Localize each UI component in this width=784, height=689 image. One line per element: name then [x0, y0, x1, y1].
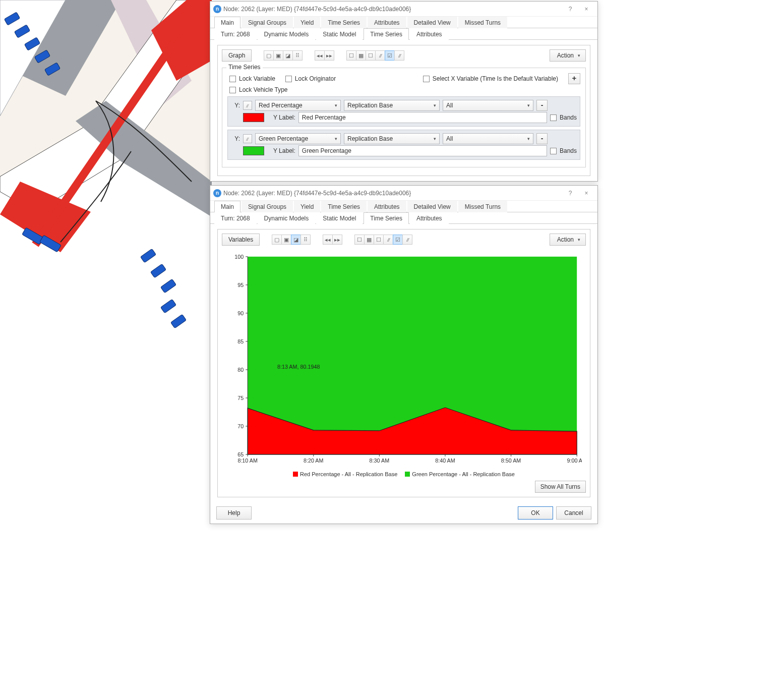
- tool-icon-3[interactable]: ☐: [366, 50, 376, 61]
- node-editor-dialog-top: n Node: 2062 (Layer: MED) {74fd447e-5c9d…: [210, 1, 598, 182]
- tab-turn-2068[interactable]: Turn: 2068: [214, 28, 257, 40]
- series-type-icon[interactable]: ⫽: [243, 134, 252, 143]
- map-canvas[interactable]: [0, 0, 212, 343]
- add-series-button[interactable]: +: [568, 73, 580, 84]
- svg-text:80: 80: [237, 367, 244, 373]
- tool-icon-1[interactable]: ☐: [346, 50, 356, 61]
- window-title: Node: 2062 (Layer: MED) {74fd447e-5c9d-4…: [221, 190, 562, 197]
- tab-detailed-view[interactable]: Detailed View: [407, 17, 457, 28]
- svg-text:75: 75: [237, 395, 244, 401]
- replication-dropdown[interactable]: Replication Base: [344, 133, 440, 144]
- nav-first-icon[interactable]: ◂◂: [323, 235, 333, 245]
- tab-detailed-view[interactable]: Detailed View: [407, 201, 457, 212]
- help-icon[interactable]: ?: [562, 186, 578, 200]
- tab-missed-turns[interactable]: Missed Turns: [458, 201, 507, 212]
- show-all-turns-button[interactable]: Show All Turns: [535, 481, 586, 493]
- tab-time-series[interactable]: Time Series: [364, 212, 409, 224]
- tab-yield[interactable]: Yield: [294, 17, 320, 28]
- svg-text:8:13 AM, 80.1948: 8:13 AM, 80.1948: [277, 364, 320, 370]
- tab-turn-2068[interactable]: Turn: 2068: [214, 212, 257, 224]
- remove-series-button[interactable]: -: [536, 100, 548, 111]
- variable-dropdown[interactable]: Green Percentage: [255, 133, 341, 144]
- replication-dropdown[interactable]: Replication Base: [344, 100, 440, 111]
- titlebar[interactable]: n Node: 2062 (Layer: MED) {74fd447e-5c9d…: [210, 186, 597, 201]
- tab-signal-groups[interactable]: Signal Groups: [242, 17, 293, 28]
- tab-dynamic-models[interactable]: Dynamic Models: [258, 28, 316, 40]
- tab-attributes[interactable]: Attributes: [410, 28, 449, 40]
- chart-style-icon-4[interactable]: ⠿: [292, 50, 303, 61]
- chart-area[interactable]: 657075808590951008:10 AM8:20 AM8:30 AM8:…: [222, 249, 586, 493]
- scope-dropdown[interactable]: All: [443, 133, 533, 144]
- graph-button[interactable]: Graph: [222, 49, 252, 62]
- nav-first-icon[interactable]: ◂◂: [315, 50, 325, 61]
- tool-icon-6[interactable]: ⫽: [394, 50, 404, 61]
- tab-static-model[interactable]: Static Model: [316, 212, 363, 224]
- y-label-input[interactable]: Green Percentage: [298, 145, 547, 156]
- close-icon[interactable]: ×: [578, 186, 594, 200]
- variables-button[interactable]: Variables: [222, 234, 260, 246]
- nav-last-icon[interactable]: ▸▸: [332, 235, 342, 245]
- svg-text:8:40 AM: 8:40 AM: [435, 457, 455, 464]
- lock-variable-checkbox[interactable]: Lock Variable: [229, 75, 275, 82]
- tab-time-series[interactable]: Time Series: [364, 28, 409, 40]
- variable-dropdown[interactable]: Red Percentage: [255, 100, 341, 111]
- lock-vehicle-type-checkbox[interactable]: Lock Vehicle Type: [229, 86, 288, 93]
- tab-static-model[interactable]: Static Model: [316, 28, 363, 40]
- tabs-secondary: Turn: 2068Dynamic ModelsStatic ModelTime…: [210, 212, 597, 224]
- tab-time-series[interactable]: Time Series: [321, 17, 367, 28]
- tool-icon-4[interactable]: ⫽: [383, 235, 393, 245]
- svg-text:9:00 AM: 9:00 AM: [567, 457, 582, 464]
- bands-checkbox[interactable]: Bands: [550, 114, 577, 121]
- tab-dynamic-models[interactable]: Dynamic Models: [258, 212, 316, 224]
- action-menu[interactable]: Action: [550, 49, 586, 62]
- close-icon[interactable]: ×: [578, 2, 594, 16]
- chart-style-icon-2[interactable]: ▣: [281, 235, 291, 245]
- chart-style-icon-2[interactable]: ▣: [273, 50, 283, 61]
- help-button[interactable]: Help: [216, 506, 252, 520]
- tab-yield[interactable]: Yield: [294, 201, 320, 212]
- chart-style-icon-1[interactable]: ▢: [272, 235, 282, 245]
- chart-toolbar: Variables ▢ ▣ ◪ ⠿ ◂◂ ▸▸ ☐ ▦ ☐ ⫽ ☑ ⫽: [222, 234, 586, 246]
- color-swatch[interactable]: [243, 113, 264, 122]
- chart-style-icon-1[interactable]: ▢: [264, 50, 274, 61]
- tab-time-series[interactable]: Time Series: [321, 201, 367, 212]
- help-icon[interactable]: ?: [562, 2, 578, 16]
- lock-originator-checkbox[interactable]: Lock Originator: [285, 75, 336, 82]
- cancel-button[interactable]: Cancel: [556, 506, 591, 520]
- chart-style-area-icon[interactable]: ◪: [291, 235, 301, 245]
- tab-attributes[interactable]: Attributes: [368, 17, 406, 28]
- tool-icon-4[interactable]: ⫽: [375, 50, 385, 61]
- y-label-input[interactable]: Red Percentage: [298, 112, 547, 123]
- series-block-1: Y: ⫽ Green Percentage Replication Base A…: [227, 130, 580, 160]
- dialog-footer: Help OK Cancel: [210, 502, 597, 524]
- tab-main[interactable]: Main: [214, 17, 240, 28]
- area-chart: 657075808590951008:10 AM8:20 AM8:30 AM8:…: [226, 252, 582, 469]
- tab-missed-turns[interactable]: Missed Turns: [458, 17, 507, 28]
- nav-last-icon[interactable]: ▸▸: [324, 50, 334, 61]
- tab-signal-groups[interactable]: Signal Groups: [242, 201, 293, 212]
- tool-icon-5[interactable]: ☑: [393, 235, 403, 245]
- titlebar[interactable]: n Node: 2062 (Layer: MED) {74fd447e-5c9d…: [210, 2, 597, 17]
- tool-icon-2[interactable]: ▦: [364, 235, 374, 245]
- ok-button[interactable]: OK: [518, 506, 553, 520]
- tab-attributes[interactable]: Attributes: [410, 212, 449, 224]
- action-menu[interactable]: Action: [550, 234, 586, 246]
- chart-style-icon-3[interactable]: ◪: [283, 50, 293, 61]
- tool-icon-2[interactable]: ▦: [356, 50, 366, 61]
- scope-dropdown[interactable]: All: [443, 100, 533, 111]
- tool-icon-5[interactable]: ☑: [385, 50, 395, 61]
- svg-text:8:30 AM: 8:30 AM: [370, 457, 390, 464]
- tab-attributes[interactable]: Attributes: [368, 201, 406, 212]
- tool-icon-6[interactable]: ⫽: [402, 235, 412, 245]
- select-x-variable-checkbox[interactable]: Select X Variable (Time Is the Default V…: [423, 75, 558, 82]
- color-swatch[interactable]: [243, 146, 264, 155]
- bands-checkbox[interactable]: Bands: [550, 147, 577, 154]
- tabs-secondary: Turn: 2068Dynamic ModelsStatic ModelTime…: [210, 28, 597, 40]
- svg-text:70: 70: [237, 423, 244, 429]
- tool-icon-1[interactable]: ☐: [354, 235, 365, 245]
- series-type-icon[interactable]: ⫽: [243, 101, 252, 110]
- tab-main[interactable]: Main: [214, 201, 240, 212]
- tool-icon-3[interactable]: ☐: [374, 235, 384, 245]
- remove-series-button[interactable]: -: [536, 133, 548, 144]
- chart-style-icon-4[interactable]: ⠿: [300, 235, 311, 245]
